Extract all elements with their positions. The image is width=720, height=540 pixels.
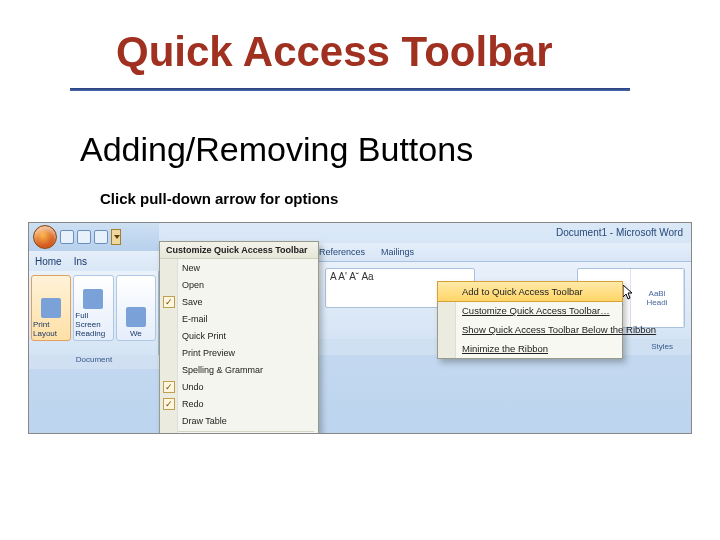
office-button[interactable] [33, 225, 57, 249]
menu-item-draw-table-label: Draw Table [182, 416, 227, 426]
qat-redo-icon[interactable] [94, 230, 108, 244]
print-layout-icon [41, 298, 61, 318]
ribbon-group-views: Print Layout Full Screen Reading We [29, 271, 159, 355]
menu-item-new[interactable]: New [160, 259, 318, 276]
menu-item-undo[interactable]: ✓Undo [160, 378, 318, 395]
check-icon: ✓ [163, 381, 175, 393]
ribbon-tabs-right: References Mailings [319, 243, 691, 261]
menu-item-open[interactable]: Open [160, 276, 318, 293]
web-layout-button-partial[interactable]: We [116, 275, 156, 341]
ctx-add-to-qat[interactable]: Add to Quick Access Toolbar [437, 281, 623, 302]
menu-item-spelling-label: Spelling & Grammar [182, 365, 263, 375]
customize-qat-menu-items: New Open ✓Save E-mail Quick Print Print … [160, 259, 318, 434]
slide-title: Quick Access Toolbar [116, 28, 553, 76]
quick-access-toolbar [29, 223, 159, 251]
window-title: Document1 - Microsoft Word [556, 227, 683, 238]
style-chip-heading[interactable]: AaBl Headi [631, 269, 684, 327]
menu-item-new-label: New [182, 263, 200, 273]
ctx-show-below-label: Show Quick Access Toolbar Below the Ribb… [462, 324, 656, 335]
qat-dropdown-arrow[interactable] [111, 229, 121, 245]
menu-item-draw-table[interactable]: Draw Table [160, 412, 318, 429]
word-screenshot: Home Ins Print Layout Full Screen Readin… [28, 222, 692, 434]
tab-home[interactable]: Home [29, 254, 68, 269]
print-layout-button[interactable]: Print Layout [31, 275, 71, 341]
menu-item-quick-print-label: Quick Print [182, 331, 226, 341]
tab-mailings[interactable]: Mailings [381, 247, 414, 257]
ribbon-context-menu: Add to Quick Access Toolbar Customize Qu… [437, 281, 623, 359]
qat-save-icon[interactable] [60, 230, 74, 244]
style-chip2-label: Headi [647, 298, 668, 307]
web-layout-label: We [130, 329, 142, 338]
style-chip2-sample: AaBl [649, 289, 666, 298]
check-icon: ✓ [163, 296, 175, 308]
slide-subtitle: Adding/Removing Buttons [80, 130, 473, 169]
menu-item-print-preview-label: Print Preview [182, 348, 235, 358]
menu-item-email[interactable]: E-mail [160, 310, 318, 327]
menu-item-email-label: E-mail [182, 314, 208, 324]
menu-item-spelling[interactable]: Spelling & Grammar [160, 361, 318, 378]
ribbon-tabs-left: Home Ins [29, 251, 159, 271]
menu-item-quick-print[interactable]: Quick Print [160, 327, 318, 344]
ctx-minimize-ribbon[interactable]: Minimize the Ribbon [438, 339, 622, 358]
menu-separator [164, 431, 314, 432]
full-screen-reading-label: Full Screen Reading [75, 311, 111, 338]
menu-item-print-preview[interactable]: Print Preview [160, 344, 318, 361]
title-underline [70, 88, 630, 91]
menu-item-undo-label: Undo [182, 382, 204, 392]
qat-undo-icon[interactable] [77, 230, 91, 244]
customize-qat-menu: Customize Quick Access Toolbar New Open … [159, 241, 319, 434]
customize-qat-menu-header: Customize Quick Access Toolbar [160, 242, 318, 259]
instruction-text: Click pull-down arrow for options [100, 190, 338, 207]
ctx-minimize-label: Minimize the Ribbon [462, 343, 548, 354]
menu-item-save-label: Save [182, 297, 203, 307]
full-screen-reading-button[interactable]: Full Screen Reading [73, 275, 113, 341]
print-layout-label: Print Layout [33, 320, 69, 338]
ribbon-group-caption: Document [29, 355, 159, 369]
ctx-customize-qat-label: Customize Quick Access Toolbar… [462, 305, 610, 316]
menu-item-redo[interactable]: ✓Redo [160, 395, 318, 412]
ctx-add-to-qat-label: Add to Quick Access Toolbar [462, 286, 583, 297]
menu-item-redo-label: Redo [182, 399, 204, 409]
menu-item-save[interactable]: ✓Save [160, 293, 318, 310]
tab-references[interactable]: References [319, 247, 365, 257]
check-icon: ✓ [163, 398, 175, 410]
web-layout-icon [126, 307, 146, 327]
slide: Quick Access Toolbar Adding/Removing But… [0, 0, 720, 540]
full-screen-reading-icon [83, 289, 103, 309]
ctx-customize-qat[interactable]: Customize Quick Access Toolbar… [438, 301, 622, 320]
ctx-show-below-ribbon[interactable]: Show Quick Access Toolbar Below the Ribb… [438, 320, 622, 339]
cursor-icon [623, 285, 635, 301]
menu-item-open-label: Open [182, 280, 204, 290]
tab-insert-partial[interactable]: Ins [68, 254, 93, 269]
